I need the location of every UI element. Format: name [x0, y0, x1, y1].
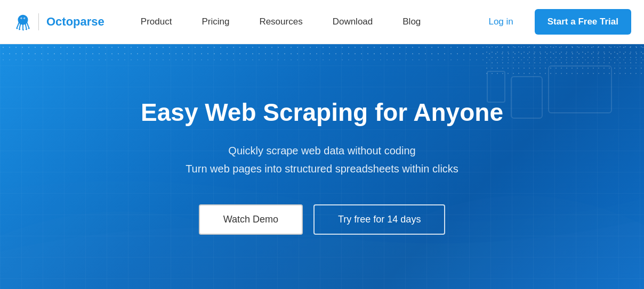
nav-link-download[interactable]: Download [318, 0, 388, 44]
nav-link-resources[interactable]: Resources [244, 0, 317, 44]
nav-links: Product Pricing Resources Download Blog [126, 0, 474, 44]
navbar: Octoparse Product Pricing Resources Down… [0, 0, 644, 44]
svg-point-4 [21, 18, 22, 19]
brand-divider [38, 13, 39, 30]
svg-point-1 [20, 16, 26, 22]
hero-section: Easy Web Scraping for Anyone Quickly scr… [0, 44, 644, 289]
hero-subtitle-line1: Quickly scrape web data without coding [228, 145, 415, 156]
hero-title: Easy Web Scraping for Anyone [141, 98, 503, 127]
nav-link-pricing[interactable]: Pricing [187, 0, 244, 44]
nav-link-product[interactable]: Product [126, 0, 187, 44]
start-free-trial-button[interactable]: Start a Free Trial [535, 9, 631, 35]
brand-name: Octoparse [46, 15, 104, 29]
tablet-decoration [511, 76, 543, 119]
watch-demo-button[interactable]: Watch Demo [199, 204, 303, 235]
laptop-decoration [548, 65, 612, 113]
hero-content: Easy Web Scraping for Anyone Quickly scr… [130, 98, 514, 235]
phone-decoration [487, 71, 505, 103]
svg-point-5 [25, 18, 25, 19]
nav-link-blog[interactable]: Blog [388, 0, 436, 44]
brand-logo-link[interactable]: Octoparse [13, 12, 104, 32]
hero-cta-buttons: Watch Demo Try free for 14 days [141, 204, 503, 235]
hero-subtitle-line2: Turn web pages into structured spreadshe… [186, 163, 458, 175]
hero-subtitle: Quickly scrape web data without coding T… [141, 142, 503, 178]
try-free-trial-button[interactable]: Try free for 14 days [313, 204, 445, 235]
nav-login-link[interactable]: Log in [473, 0, 528, 44]
octoparse-logo-icon [13, 12, 33, 32]
